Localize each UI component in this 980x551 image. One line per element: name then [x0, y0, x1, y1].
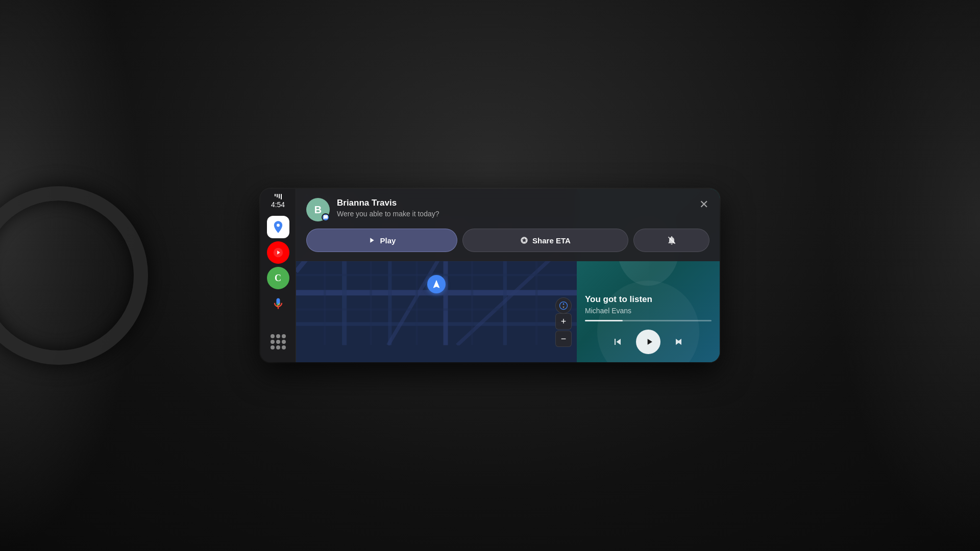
music-next-button[interactable] — [673, 336, 685, 348]
sidebar-item-maps[interactable] — [267, 216, 289, 238]
avatar-badge — [322, 213, 330, 221]
music-controls — [585, 330, 712, 354]
notification-overlay: B Brianna Travis Were you able to make i… — [296, 189, 720, 261]
music-artist: Michael Evans — [585, 307, 712, 315]
notification-message: Were you able to make it today? — [337, 210, 687, 218]
contact-name: Brianna Travis — [337, 198, 687, 208]
sidebar-item-phone[interactable]: C — [267, 267, 289, 289]
map-compass[interactable] — [555, 297, 572, 314]
notification-mute-button[interactable] — [633, 229, 709, 252]
time-display: 4:54 — [271, 201, 285, 209]
notification-header: B Brianna Travis Were you able to make i… — [306, 198, 709, 221]
notification-play-button[interactable]: Play — [306, 229, 457, 252]
music-prev-button[interactable] — [611, 336, 624, 348]
music-title: You got to listen — [585, 294, 712, 305]
music-play-button[interactable] — [636, 330, 660, 354]
svg-rect-6 — [296, 322, 577, 325]
sidebar-item-youtube-music[interactable] — [267, 241, 289, 264]
svg-point-0 — [277, 224, 280, 227]
notification-share-eta-button[interactable]: Share ETA — [462, 229, 628, 252]
play-button-label: Play — [380, 236, 396, 245]
notification-close-button[interactable]: ✕ — [698, 198, 709, 211]
music-progress-fill — [585, 320, 623, 321]
android-auto-display: 4:54 C — [260, 189, 720, 362]
notification-text: Brianna Travis Were you able to make it … — [337, 198, 687, 218]
music-info: You got to listen Michael Evans — [585, 294, 712, 321]
map-zoom-out[interactable]: − — [555, 331, 572, 347]
music-progress-bar — [585, 320, 712, 321]
map-controls: + − — [555, 313, 572, 347]
navigation-arrow — [427, 275, 446, 293]
svg-rect-17 — [296, 308, 577, 311]
contact-avatar: B — [306, 198, 330, 221]
map-zoom-in[interactable]: + — [555, 313, 572, 330]
sidebar: 4:54 C — [260, 189, 296, 362]
share-eta-button-label: Share ETA — [532, 236, 571, 245]
notification-actions: Play Share ETA — [306, 229, 709, 252]
sidebar-item-assistant[interactable] — [267, 292, 289, 315]
sidebar-app-grid[interactable] — [267, 331, 289, 353]
